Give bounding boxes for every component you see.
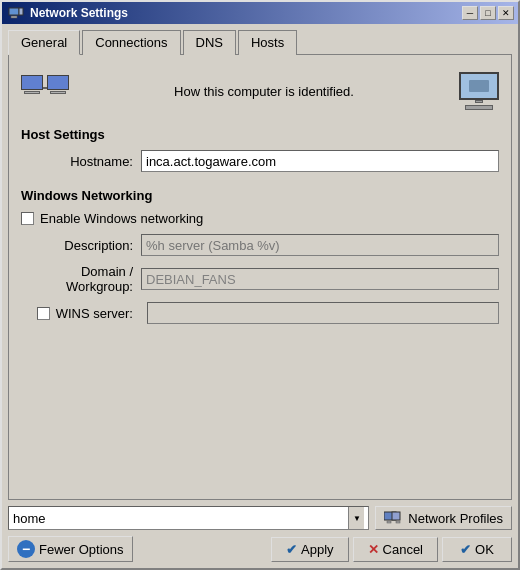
wins-server-checkbox[interactable] — [37, 307, 50, 320]
hostname-label: Hostname: — [21, 154, 141, 169]
wins-row: WINS server: — [21, 302, 499, 324]
hostname-input[interactable] — [141, 150, 499, 172]
ok-check-icon: ✔ — [460, 542, 471, 557]
cancel-button[interactable]: ✕ Cancel — [353, 537, 438, 562]
description-row: Description: — [21, 234, 499, 256]
tab-hosts-label: Hosts — [251, 35, 284, 50]
svg-rect-5 — [392, 512, 400, 520]
description-label: Description: — [21, 238, 141, 253]
window-title: Network Settings — [30, 6, 128, 20]
title-bar-text: Network Settings — [8, 5, 128, 21]
bottom-bar: home ▼ Network Profiles — [8, 506, 512, 562]
dropdown-arrow-icon: ▼ — [348, 507, 364, 529]
tab-connections-label: Connections — [95, 35, 167, 50]
apply-check-icon: ✔ — [286, 542, 297, 557]
domain-input — [141, 268, 499, 290]
network-profiles-label: Network Profiles — [408, 511, 503, 526]
network-profiles-icon — [384, 510, 404, 526]
profile-value: home — [13, 511, 46, 526]
svg-rect-0 — [9, 8, 19, 15]
profile-row: home ▼ Network Profiles — [8, 506, 512, 530]
action-row: − Fewer Options ✔ Apply ✕ Cancel ✔ — [8, 536, 512, 562]
domain-row: Domain / Workgroup: — [21, 264, 499, 294]
fewer-options-button[interactable]: − Fewer Options — [8, 536, 133, 562]
svg-rect-1 — [19, 8, 23, 15]
tab-hosts[interactable]: Hosts — [238, 30, 297, 55]
ok-label: OK — [475, 542, 494, 557]
host-settings-title: Host Settings — [21, 127, 499, 142]
tab-connections[interactable]: Connections — [82, 30, 180, 55]
minimize-button[interactable]: ─ — [462, 6, 478, 20]
action-buttons: ✔ Apply ✕ Cancel ✔ OK — [271, 537, 512, 562]
maximize-button[interactable]: □ — [480, 6, 496, 20]
enable-windows-networking-label: Enable Windows networking — [40, 211, 203, 226]
wins-server-input — [147, 302, 499, 324]
title-bar: Network Settings ─ □ ✕ — [2, 2, 518, 24]
enable-windows-networking-checkbox[interactable] — [21, 212, 34, 225]
fewer-options-label: Fewer Options — [39, 542, 124, 557]
tab-dns[interactable]: DNS — [183, 30, 236, 55]
network-settings-window: Network Settings ─ □ ✕ General Connectio… — [0, 0, 520, 570]
description-input — [141, 234, 499, 256]
window-body: General Connections DNS Hosts — [2, 24, 518, 568]
apply-button[interactable]: ✔ Apply — [271, 537, 349, 562]
svg-rect-6 — [387, 521, 391, 523]
tab-bar: General Connections DNS Hosts — [8, 30, 512, 55]
network-profiles-button[interactable]: Network Profiles — [375, 506, 512, 530]
hostname-row: Hostname: — [21, 150, 499, 172]
cancel-label: Cancel — [383, 542, 423, 557]
apply-label: Apply — [301, 542, 334, 557]
tab-dns-label: DNS — [196, 35, 223, 50]
cancel-cross-icon: ✕ — [368, 542, 379, 557]
network-computers-icon — [21, 71, 69, 111]
wins-server-label: WINS server: — [56, 306, 133, 321]
info-text: How this computer is identified. — [69, 84, 459, 99]
tab-general[interactable]: General — [8, 30, 80, 55]
domain-label: Domain / Workgroup: — [21, 264, 141, 294]
enable-windows-networking-row: Enable Windows networking — [21, 211, 499, 226]
svg-rect-7 — [396, 521, 400, 523]
fewer-options-icon: − — [17, 540, 35, 558]
profile-dropdown[interactable]: home ▼ — [8, 506, 369, 530]
windows-networking-title: Windows Networking — [21, 188, 499, 203]
monitor-icon — [459, 72, 499, 110]
close-button[interactable]: ✕ — [498, 6, 514, 20]
tab-general-label: General — [21, 35, 67, 50]
window-icon — [8, 5, 24, 21]
title-bar-controls: ─ □ ✕ — [462, 6, 514, 20]
ok-button[interactable]: ✔ OK — [442, 537, 512, 562]
tab-content-general: How this computer is identified. Host Se… — [8, 54, 512, 500]
svg-rect-2 — [11, 16, 17, 18]
svg-rect-3 — [469, 80, 489, 92]
info-bar: How this computer is identified. — [21, 67, 499, 115]
